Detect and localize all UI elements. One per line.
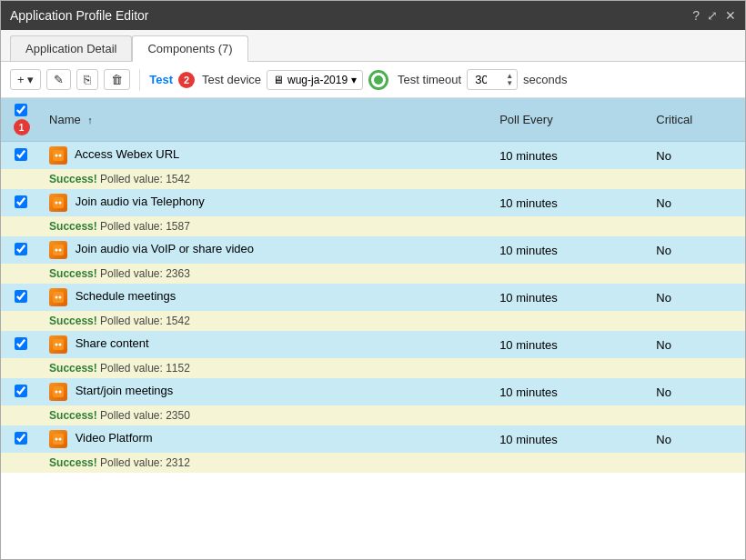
status-circle [368, 70, 388, 90]
row-checkbox-cell [1, 236, 40, 264]
result-text: Success! Polled value: 2363 [40, 264, 745, 284]
row-name: Start/join meetings [76, 384, 174, 397]
table-row: Video Platform 10 minutes No [1, 425, 745, 453]
tab-components[interactable]: Components (7) [132, 35, 247, 62]
svg-rect-15 [53, 386, 64, 397]
result-value: Polled value: 2312 [100, 456, 190, 469]
row-checkbox[interactable] [15, 243, 27, 255]
table-result-row: Success! Polled value: 2312 [1, 453, 745, 473]
window-title: Application Profile Editor [10, 8, 149, 23]
header-name: Name ↑ [40, 98, 490, 142]
svg-point-17 [59, 391, 62, 394]
add-button[interactable]: + ▾ [10, 69, 41, 90]
row-checkbox[interactable] [15, 432, 27, 445]
row-checkbox-cell [1, 189, 40, 216]
result-text: Success! Polled value: 1152 [40, 358, 745, 378]
timeout-input[interactable] [471, 71, 504, 88]
result-spacer [1, 264, 40, 284]
help-icon[interactable]: ? [692, 8, 700, 23]
svg-point-2 [59, 155, 62, 157]
row-checkbox-cell [1, 378, 40, 405]
header-badge: 1 [14, 119, 30, 135]
row-poll: 10 minutes [490, 189, 647, 216]
row-poll: 10 minutes [490, 142, 647, 170]
expand-icon[interactable]: ⤢ [707, 8, 718, 23]
result-spacer [1, 216, 40, 236]
header-name-label: Name [49, 113, 81, 126]
row-name: Schedule meetings [76, 289, 176, 303]
edit-button[interactable]: ✎ [46, 69, 71, 90]
result-label: Success! [49, 456, 97, 469]
svg-point-5 [59, 202, 62, 205]
device-value: wug-ja-2019 [287, 74, 348, 86]
svg-rect-12 [53, 339, 64, 350]
table-body: Access Webex URL 10 minutes No Success! … [1, 142, 745, 474]
stepper-down-icon[interactable]: ▼ [506, 80, 513, 87]
device-select[interactable]: 🖥 wug-ja-2019 ▾ [267, 70, 363, 90]
sort-icon[interactable]: ↑ [87, 115, 93, 125]
copy-icon: ⎘ [84, 73, 91, 86]
component-icon [49, 194, 67, 212]
row-name: Join audio via VoIP or share video [76, 242, 254, 255]
table-row: Access Webex URL 10 minutes No [1, 142, 745, 170]
app-profile-editor-window: Application Profile Editor ? ⤢ ✕ Applica… [0, 0, 746, 560]
result-value: Polled value: 2350 [100, 409, 190, 422]
header-critical: Critical [647, 98, 745, 142]
row-checkbox[interactable] [15, 148, 27, 161]
table-result-row: Success! Polled value: 1152 [1, 358, 745, 378]
result-label: Success! [49, 409, 97, 422]
tabs-bar: Application Detail Components (7) [1, 30, 745, 62]
row-critical: No [647, 284, 745, 311]
close-icon[interactable]: ✕ [725, 8, 736, 23]
row-checkbox[interactable] [15, 195, 27, 208]
edit-icon: ✎ [54, 73, 64, 86]
chevron-down-icon: ▾ [351, 74, 357, 86]
svg-point-11 [59, 296, 62, 299]
row-checkbox[interactable] [15, 337, 27, 350]
row-critical: No [647, 236, 745, 264]
svg-point-4 [55, 202, 58, 205]
table-result-row: Success! Polled value: 2363 [1, 264, 745, 284]
table-row: Join audio via Telephony 10 minutes No [1, 189, 745, 216]
svg-point-16 [55, 391, 58, 394]
row-name-cell: Schedule meetings [40, 284, 490, 311]
table-row: Start/join meetings 10 minutes No [1, 378, 745, 405]
tab-app-detail[interactable]: Application Detail [10, 35, 132, 61]
row-name: Join audio via Telephony [76, 195, 205, 208]
timeout-control[interactable]: ▲ ▼ [467, 69, 518, 90]
result-label: Success! [49, 173, 97, 185]
result-value: Polled value: 1587 [100, 220, 190, 233]
svg-point-8 [59, 249, 62, 252]
svg-rect-9 [53, 292, 64, 303]
component-icon [49, 383, 67, 401]
row-checkbox[interactable] [15, 385, 27, 397]
component-icon [49, 146, 67, 165]
header-checkbox[interactable] [15, 104, 27, 116]
toolbar: + ▾ ✎ ⎘ 🗑 Test 2 Test device 🖥 wug-ja-20… [1, 62, 745, 98]
row-poll: 10 minutes [490, 378, 647, 405]
component-icon [49, 241, 67, 259]
row-name-cell: Join audio via Telephony [40, 189, 490, 216]
result-spacer [1, 358, 40, 378]
result-value: Polled value: 1542 [100, 315, 190, 327]
row-critical: No [647, 189, 745, 216]
row-name: Video Platform [76, 431, 153, 445]
copy-button[interactable]: ⎘ [76, 69, 98, 90]
svg-rect-3 [53, 197, 64, 208]
delete-button[interactable]: 🗑 [104, 69, 130, 90]
row-name-cell: Access Webex URL [40, 142, 490, 170]
table-container: 1 Name ↑ Poll Every Critical [1, 98, 745, 559]
result-label: Success! [49, 315, 97, 327]
row-name: Share content [76, 336, 149, 350]
result-label: Success! [49, 362, 97, 375]
separator-1 [139, 69, 140, 91]
timeout-stepper[interactable]: ▲ ▼ [506, 73, 513, 87]
result-spacer [1, 169, 40, 189]
result-label: Success! [49, 267, 97, 280]
test-button[interactable]: Test [149, 73, 173, 86]
header-poll: Poll Every [490, 98, 647, 142]
row-checkbox[interactable] [15, 290, 27, 303]
component-icon [49, 335, 67, 354]
svg-point-10 [55, 296, 58, 299]
row-name-cell: Share content [40, 331, 490, 358]
